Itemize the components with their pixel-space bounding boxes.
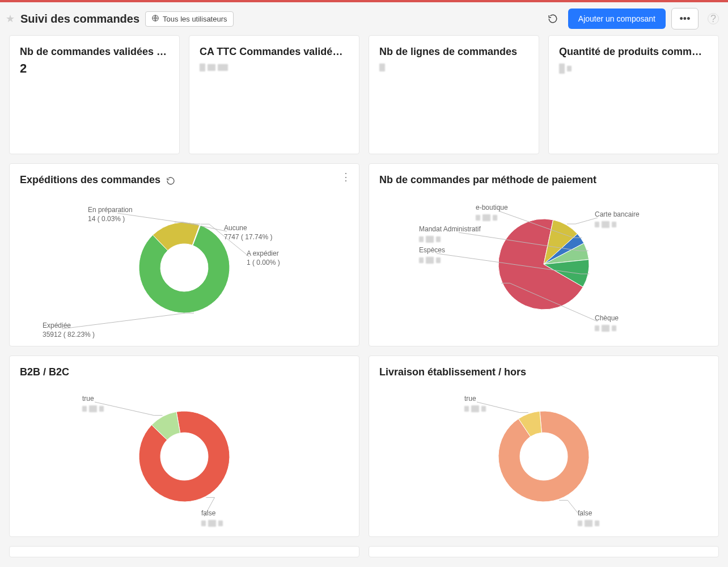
chart-title: B2B / B2C: [20, 366, 349, 378]
page-header: ★ Suivi des commandes Tous les utilisate…: [0, 2, 728, 35]
chart-slice-label: Expédiée35912 ( 82.23% ): [43, 321, 95, 339]
kpi-title: Quantité de produits comm…: [559, 46, 708, 58]
more-actions-button[interactable]: •••: [671, 8, 699, 29]
pie-chart: ChèqueCarte bancairee-boutiqueMandat Adm…: [379, 191, 708, 332]
chart-slice-label: Mandat Administratif: [419, 225, 481, 244]
chart-slice-label: Chèque: [595, 314, 619, 333]
kpi-card[interactable]: Nb de commandes validées … 2: [9, 35, 180, 154]
chart-slice-label: A expédier1 ( 0.00% ): [247, 249, 280, 267]
kpi-grid: Nb de commandes validées … 2 CA TTC Comm…: [0, 35, 728, 163]
chart-slice-label: Carte bancaire: [595, 210, 640, 230]
chart-slice-label: false: [578, 509, 599, 528]
favorite-star-icon[interactable]: ★: [6, 12, 15, 25]
refresh-icon[interactable]: [166, 176, 175, 188]
chart-slice-label: true: [82, 394, 104, 414]
kpi-title: Nb de commandes validées …: [20, 46, 169, 58]
chart-row: ⋮ Expéditions des commandes Expédiée3591…: [0, 163, 728, 356]
donut-chart: Expédiée35912 ( 82.23% )Aucune7747 ( 17.…: [20, 194, 349, 336]
donut-chart: falsetrue: [20, 383, 349, 524]
chart-slice-label: e-boutique: [476, 203, 508, 223]
kpi-title: Nb de lignes de commandes: [379, 46, 528, 58]
filter-users-button[interactable]: Tous les utilisateurs: [145, 11, 233, 27]
kpi-card[interactable]: Quantité de produits comm…: [548, 35, 719, 154]
chart-slice-label: Espèces: [419, 246, 445, 265]
chart-title: Nb de commandes par méthode de paiement: [379, 174, 708, 186]
kpi-title: CA TTC Commandes validé…: [200, 46, 349, 58]
chart-row: [0, 546, 728, 566]
card-livraison[interactable]: Livraison établissement / hors falsetrue: [369, 356, 719, 537]
card-paiement[interactable]: Nb de commandes par méthode de paiement …: [369, 163, 719, 346]
kpi-hidden-value: [559, 64, 572, 74]
chart-row: B2B / B2C falsetrue Livraison établissem…: [0, 356, 728, 546]
chart-slice-label: En préparation14 ( 0.03% ): [88, 205, 133, 223]
globe-icon: [151, 14, 159, 24]
chart-title: Expéditions des commandes: [20, 174, 160, 186]
kpi-card[interactable]: Nb de lignes de commandes: [369, 35, 539, 154]
card-menu-icon[interactable]: ⋮: [341, 171, 351, 183]
refresh-icon[interactable]: [543, 9, 562, 28]
help-icon[interactable]: ?: [708, 13, 719, 24]
chart-slice-label: true: [464, 394, 486, 414]
page-title: Suivi des commandes: [20, 12, 139, 26]
kpi-hidden-value: [200, 64, 228, 71]
chart-slice-label: false: [201, 509, 223, 528]
add-component-button[interactable]: Ajouter un composant: [568, 9, 666, 29]
card-expeditions[interactable]: ⋮ Expéditions des commandes Expédiée3591…: [9, 163, 359, 346]
card-b2b[interactable]: B2B / B2C falsetrue: [9, 356, 359, 537]
chart-slice-label: Aucune7747 ( 17.74% ): [224, 223, 272, 242]
donut-chart: falsetrue: [379, 383, 708, 524]
kpi-value: 2: [20, 61, 169, 76]
chart-title: Livraison établissement / hors: [379, 366, 708, 378]
kpi-hidden-value: [379, 64, 385, 71]
card-peek: [369, 546, 719, 557]
card-peek: [9, 546, 359, 557]
filter-users-label: Tous les utilisateurs: [163, 15, 227, 23]
kpi-card[interactable]: CA TTC Commandes validé…: [189, 35, 359, 154]
